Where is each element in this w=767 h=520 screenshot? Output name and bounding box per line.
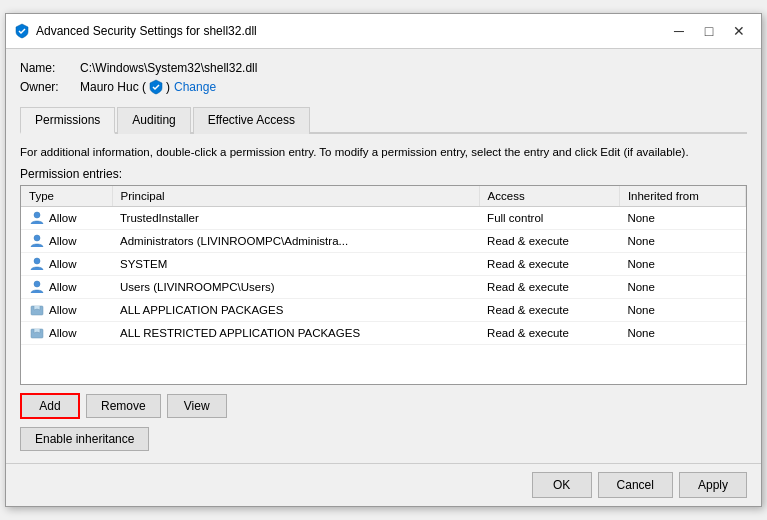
type-text: Allow bbox=[49, 281, 76, 293]
table-row[interactable]: AllowSYSTEMRead & executeNone bbox=[21, 252, 746, 275]
enable-inheritance-row: Enable inheritance bbox=[20, 427, 747, 451]
add-button[interactable]: Add bbox=[20, 393, 80, 419]
cell-type: Allow bbox=[21, 321, 112, 344]
tab-auditing[interactable]: Auditing bbox=[117, 107, 190, 134]
cell-inherited: None bbox=[619, 206, 745, 229]
dialog-content: Name: C:\Windows\System32\shell32.dll Ow… bbox=[6, 49, 761, 462]
table-row[interactable]: AllowAdministrators (LIVINROOMPC\Adminis… bbox=[21, 229, 746, 252]
cell-access: Read & execute bbox=[479, 252, 619, 275]
svg-point-3 bbox=[34, 281, 40, 287]
owner-value: Mauro Huc ( bbox=[80, 80, 146, 94]
svg-point-2 bbox=[34, 258, 40, 264]
cell-access: Read & execute bbox=[479, 298, 619, 321]
table-header-row: Type Principal Access Inherited from bbox=[21, 186, 746, 207]
minimize-button[interactable]: ─ bbox=[665, 20, 693, 42]
tab-effective-access[interactable]: Effective Access bbox=[193, 107, 310, 134]
title-bar-controls: ─ □ ✕ bbox=[665, 20, 753, 42]
tabs-bar: Permissions Auditing Effective Access bbox=[20, 105, 747, 134]
main-window: Advanced Security Settings for shell32.d… bbox=[5, 13, 762, 506]
cell-access: Full control bbox=[479, 206, 619, 229]
cell-inherited: None bbox=[619, 321, 745, 344]
col-access: Access bbox=[479, 186, 619, 207]
cell-type: Allow bbox=[21, 252, 112, 275]
type-text: Allow bbox=[49, 327, 76, 339]
owner-field-row: Owner: Mauro Huc ( ) Change bbox=[20, 79, 747, 95]
user-icon bbox=[29, 279, 45, 295]
cell-principal: ALL APPLICATION PACKAGES bbox=[112, 298, 479, 321]
cell-inherited: None bbox=[619, 275, 745, 298]
type-text: Allow bbox=[49, 258, 76, 270]
owner-value2: ) bbox=[166, 80, 170, 94]
permissions-table-container[interactable]: Type Principal Access Inherited from All… bbox=[20, 185, 747, 385]
shield-icon bbox=[148, 79, 164, 95]
cell-principal: Users (LIVINROOMPC\Users) bbox=[112, 275, 479, 298]
close-button[interactable]: ✕ bbox=[725, 20, 753, 42]
permissions-table: Type Principal Access Inherited from All… bbox=[21, 186, 746, 345]
action-buttons-row: Add Remove View bbox=[20, 393, 747, 419]
cell-inherited: None bbox=[619, 298, 745, 321]
maximize-button[interactable]: □ bbox=[695, 20, 723, 42]
table-row[interactable]: AllowUsers (LIVINROOMPC\Users)Read & exe… bbox=[21, 275, 746, 298]
apply-button[interactable]: Apply bbox=[679, 472, 747, 498]
cell-type: Allow bbox=[21, 229, 112, 252]
cell-principal: SYSTEM bbox=[112, 252, 479, 275]
type-text: Allow bbox=[49, 212, 76, 224]
cell-inherited: None bbox=[619, 229, 745, 252]
name-value: C:\Windows\System32\shell32.dll bbox=[80, 61, 257, 75]
enable-inheritance-button[interactable]: Enable inheritance bbox=[20, 427, 149, 451]
description-text: For additional information, double-click… bbox=[20, 144, 747, 160]
type-text: Allow bbox=[49, 235, 76, 247]
col-type: Type bbox=[21, 186, 112, 207]
user-icon bbox=[29, 210, 45, 226]
cell-access: Read & execute bbox=[479, 275, 619, 298]
cell-type: Allow bbox=[21, 275, 112, 298]
pkg-icon bbox=[29, 302, 45, 318]
cancel-button[interactable]: Cancel bbox=[598, 472, 673, 498]
cell-inherited: None bbox=[619, 252, 745, 275]
table-row[interactable]: AllowALL RESTRICTED APPLICATION PACKAGES… bbox=[21, 321, 746, 344]
perm-entries-label: Permission entries: bbox=[20, 167, 747, 181]
cell-access: Read & execute bbox=[479, 321, 619, 344]
cell-principal: ALL RESTRICTED APPLICATION PACKAGES bbox=[112, 321, 479, 344]
col-principal: Principal bbox=[112, 186, 479, 207]
owner-label: Owner: bbox=[20, 80, 80, 94]
cell-type: Allow bbox=[21, 298, 112, 321]
table-row[interactable]: AllowTrustedInstallerFull controlNone bbox=[21, 206, 746, 229]
window-title: Advanced Security Settings for shell32.d… bbox=[36, 24, 257, 38]
remove-button[interactable]: Remove bbox=[86, 394, 161, 418]
user-icon bbox=[29, 233, 45, 249]
pkg-icon bbox=[29, 325, 45, 341]
svg-point-0 bbox=[34, 212, 40, 218]
col-inherited: Inherited from bbox=[619, 186, 745, 207]
tab-permissions[interactable]: Permissions bbox=[20, 107, 115, 134]
cell-type: Allow bbox=[21, 206, 112, 229]
window-icon bbox=[14, 23, 30, 39]
table-row[interactable]: AllowALL APPLICATION PACKAGESRead & exec… bbox=[21, 298, 746, 321]
cell-principal: TrustedInstaller bbox=[112, 206, 479, 229]
name-label: Name: bbox=[20, 61, 80, 75]
cell-access: Read & execute bbox=[479, 229, 619, 252]
cell-principal: Administrators (LIVINROOMPC\Administra..… bbox=[112, 229, 479, 252]
title-bar: Advanced Security Settings for shell32.d… bbox=[6, 14, 761, 49]
view-button[interactable]: View bbox=[167, 394, 227, 418]
ok-button[interactable]: OK bbox=[532, 472, 592, 498]
user-icon bbox=[29, 256, 45, 272]
svg-point-1 bbox=[34, 235, 40, 241]
name-field-row: Name: C:\Windows\System32\shell32.dll bbox=[20, 61, 747, 75]
title-bar-left: Advanced Security Settings for shell32.d… bbox=[14, 23, 257, 39]
change-link[interactable]: Change bbox=[174, 80, 216, 94]
dialog-footer: OK Cancel Apply bbox=[6, 463, 761, 506]
type-text: Allow bbox=[49, 304, 76, 316]
